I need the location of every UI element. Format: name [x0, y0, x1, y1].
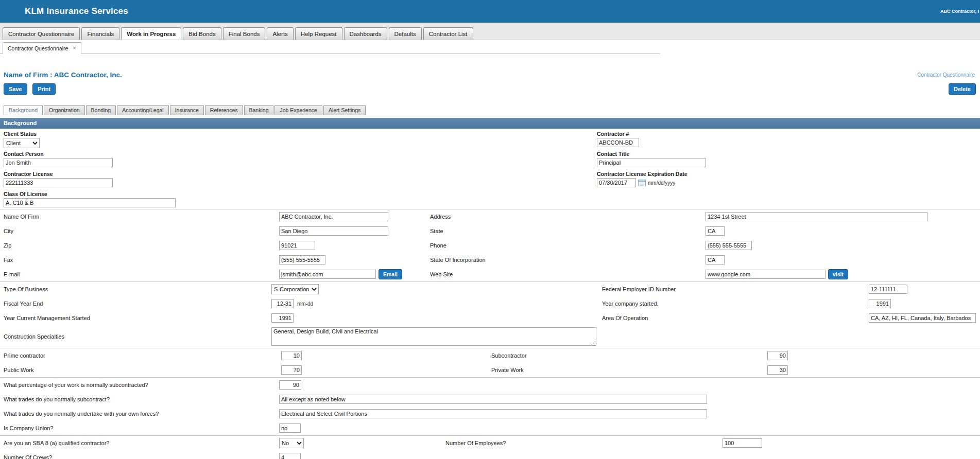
number-of-employees-input[interactable]	[723, 438, 762, 448]
row-zip-phone: Zip Phone	[0, 238, 980, 253]
type-of-business-label: Type Of Business	[4, 286, 48, 292]
construction-specialties-textarea[interactable]: General, Design Build, Civil and Electri…	[271, 327, 596, 346]
row-client-status: Client Status Client Contractor #	[0, 129, 980, 149]
row-mgmt-area: Year Current Management Started Area Of …	[0, 311, 980, 325]
app-header: KLM Insurance Services ABC Contractor, I	[0, 0, 980, 23]
tab-banking[interactable]: Banking	[244, 105, 274, 115]
subcontractor-input[interactable]	[767, 351, 788, 360]
visit-button[interactable]: visit	[828, 269, 848, 279]
client-status-label: Client Status	[4, 131, 40, 137]
private-work-input[interactable]	[767, 365, 788, 375]
prime-contractor-input[interactable]	[281, 351, 302, 360]
trades-own-forces-label: What trades do you normally undertake wi…	[4, 411, 159, 417]
open-tab-label: Contractor Questionnaire	[8, 45, 68, 51]
sba-qualified-select[interactable]: No	[279, 438, 304, 448]
action-button-row: Save Print Delete	[0, 83, 980, 97]
contact-title-label: Contact Title	[597, 151, 706, 157]
email-label: E-mail	[4, 271, 20, 277]
web-site-input[interactable]	[706, 270, 826, 279]
tab-references[interactable]: References	[205, 105, 243, 115]
tab-alert-settings[interactable]: Alert Settings	[323, 105, 366, 115]
class-of-license-input[interactable]	[4, 198, 176, 207]
trades-subcontracted-input[interactable]	[279, 395, 707, 404]
fax-label: Fax	[4, 257, 13, 263]
contact-title-input[interactable]	[597, 158, 706, 167]
page-title: Name of Firm : ABC Contractor, Inc.	[4, 71, 122, 79]
nav-tab-alerts[interactable]: Alerts	[267, 27, 293, 40]
pct-subcontracted-input[interactable]	[279, 380, 301, 390]
trades-own-forces-input[interactable]	[279, 409, 707, 418]
tab-job-experience[interactable]: Job Experience	[274, 105, 322, 115]
open-tabs-bar: Contractor Questionnaire ×	[0, 40, 980, 54]
row-construction-specialties: Construction Specialties General, Design…	[0, 325, 980, 348]
nav-tab-help-request[interactable]: Help Request	[295, 27, 342, 40]
contact-title-group: Contact Title	[597, 151, 706, 167]
area-of-operation-input[interactable]	[869, 313, 976, 323]
phone-input[interactable]	[706, 241, 752, 250]
contractor-questionnaire-link[interactable]: Contractor Questionnaire	[917, 72, 975, 78]
save-button[interactable]: Save	[4, 83, 27, 95]
row-prime-sub: Prime contractor Subcontractor	[0, 348, 980, 363]
questionnaire-tabs: Background Organization Bonding Accounti…	[0, 105, 980, 115]
number-of-crews-input[interactable]	[279, 453, 301, 459]
address-input[interactable]	[706, 212, 927, 221]
license-expiration-label: Contractor License Expiration Date	[597, 171, 687, 177]
email-button[interactable]: Email	[379, 269, 402, 279]
delete-button[interactable]: Delete	[949, 83, 976, 95]
tab-insurance[interactable]: Insurance	[170, 105, 204, 115]
row-business-federal-id: Type Of Business S-Corporation Federal E…	[0, 282, 980, 296]
city-input[interactable]	[279, 226, 388, 236]
year-mgmt-started-input[interactable]	[271, 313, 294, 323]
row-public-private: Public Work Private Work	[0, 363, 980, 377]
state-input[interactable]	[706, 226, 725, 236]
fax-input[interactable]	[279, 255, 325, 264]
company-union-input[interactable]	[279, 423, 301, 433]
year-company-started-input[interactable]	[869, 299, 891, 308]
print-button[interactable]: Print	[32, 83, 56, 95]
public-work-input[interactable]	[281, 365, 302, 375]
nav-tab-work-in-progress[interactable]: Work in Progress	[121, 27, 181, 40]
name-of-firm-input[interactable]	[279, 212, 388, 221]
nav-tab-financials[interactable]: Financials	[81, 27, 119, 40]
nav-tab-defaults[interactable]: Defaults	[389, 27, 422, 40]
contractor-number-input[interactable]	[597, 138, 639, 147]
tab-accounting-legal[interactable]: Accounting/Legal	[117, 105, 169, 115]
address-label: Address	[430, 214, 451, 220]
calendar-icon[interactable]	[638, 179, 646, 186]
row-email-website: E-mail Email Web Site visit	[0, 267, 980, 281]
row-city-state: City State	[0, 224, 980, 238]
nav-tab-final-bonds[interactable]: Final Bonds	[223, 27, 266, 40]
client-status-select[interactable]: Client	[4, 138, 40, 148]
zip-input[interactable]	[279, 241, 315, 250]
license-expiration-input[interactable]	[597, 178, 636, 187]
tab-organization[interactable]: Organization	[44, 105, 85, 115]
tab-background[interactable]: Background	[4, 105, 43, 115]
type-of-business-select[interactable]: S-Corporation	[271, 284, 319, 294]
state-of-incorporation-input[interactable]	[706, 255, 725, 264]
header-contractor-label: ABC Contractor, I	[940, 9, 979, 14]
class-of-license-label: Class Of License	[4, 191, 176, 197]
contact-person-input[interactable]	[4, 158, 113, 167]
nav-tab-bid-bonds[interactable]: Bid Bonds	[183, 27, 221, 40]
contractor-license-input[interactable]	[4, 178, 113, 187]
fiscal-year-end-input[interactable]	[271, 299, 294, 308]
federal-employer-id-input[interactable]	[869, 285, 907, 294]
row-number-of-crews: Number Of Crews?	[0, 450, 980, 459]
open-tab-contractor-questionnaire[interactable]: Contractor Questionnaire ×	[3, 42, 81, 54]
app-title: KLM Insurance Services	[25, 6, 128, 16]
contractor-license-group: Contractor License	[4, 171, 113, 187]
sba-qualified-label: Are you an SBA 8 (a) qualified contracto…	[4, 440, 109, 446]
state-label: State	[430, 228, 443, 234]
email-input[interactable]	[279, 270, 376, 279]
row-pct-subcontracted: What percentage of your work is normally…	[0, 378, 980, 392]
row-firm-address: Name Of Firm Address	[0, 209, 980, 224]
private-work-label: Private Work	[491, 367, 524, 373]
tab-bonding[interactable]: Bonding	[86, 105, 116, 115]
nav-tab-contractor-questionnaire[interactable]: Contractor Questionnaire	[3, 27, 80, 40]
main-nav: Contractor Questionnaire Financials Work…	[0, 23, 980, 40]
nav-tab-dashboards[interactable]: Dashboards	[344, 27, 387, 40]
nav-tab-contractor-list[interactable]: Contractor List	[423, 27, 473, 40]
state-of-incorporation-label: State Of Incorporation	[430, 257, 486, 263]
city-label: City	[4, 228, 13, 234]
close-tab-icon[interactable]: ×	[73, 45, 76, 51]
